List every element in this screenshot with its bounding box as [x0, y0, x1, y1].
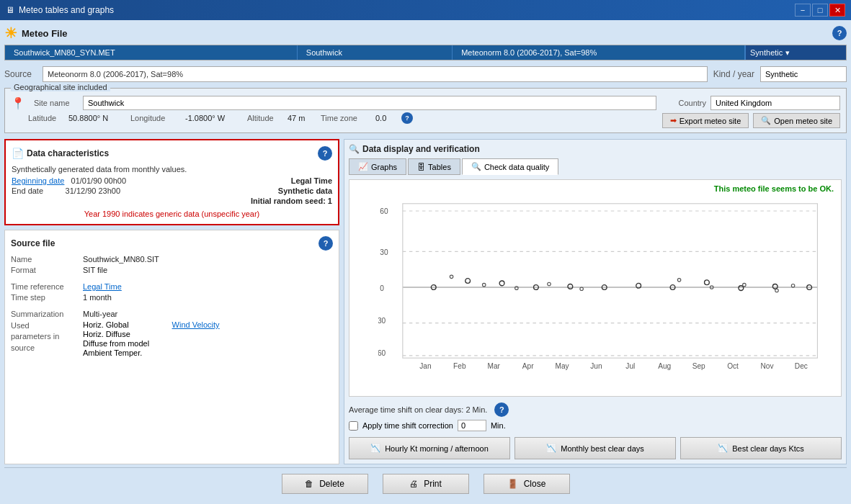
- min-value-input[interactable]: [458, 420, 486, 431]
- summ-value: Multi-year: [83, 310, 117, 318]
- lat-label: Latitude: [28, 114, 64, 122]
- param3: Diffuse from model: [83, 339, 220, 348]
- time-step-value: 1 month: [83, 293, 112, 302]
- chart-area: This meteo file seems to be OK. 60 30 0 …: [349, 179, 842, 397]
- country-label: Country: [678, 99, 706, 107]
- print-icon: 🖨: [409, 479, 418, 489]
- file-path: Southwick_MN80_SYN.MET: [5, 45, 298, 60]
- svg-point-27: [580, 287, 584, 291]
- open-meteo-site-button[interactable]: 🔍 Open meteo site: [753, 113, 840, 128]
- begin-date-right: Legal Time: [291, 176, 332, 185]
- site-name-input[interactable]: [83, 96, 656, 110]
- best-clear-ktcs-button[interactable]: 📉 Best clear days Ktcs: [680, 437, 842, 459]
- time-shift-text: Average time shift on clear days: 2 Min.: [349, 405, 487, 414]
- svg-point-28: [677, 279, 681, 282]
- svg-text:Feb: Feb: [453, 362, 466, 370]
- tz-label: Time zone: [321, 114, 371, 122]
- action-buttons: 📉 Hourly Kt morning / afternoon 📉 Monthl…: [349, 437, 842, 459]
- format-value: SIT file: [83, 266, 107, 274]
- tables-icon: 🗄: [417, 163, 425, 171]
- section-title: ☀ Meteo File: [4, 24, 68, 42]
- tabs-row: 📈 Graphs 🗄 Tables 🔍 Check data quality: [349, 158, 842, 175]
- hourly-kt-button[interactable]: 📉 Hourly Kt morning / afternoon: [349, 437, 510, 459]
- apply-shift-checkbox[interactable]: [349, 421, 358, 431]
- window-close-button[interactable]: ✕: [829, 4, 845, 17]
- svg-point-24: [482, 283, 486, 287]
- dropdown-arrow: ▾: [785, 48, 790, 58]
- geo-section: Geographical site included 📍 Site name L…: [4, 88, 847, 133]
- svg-point-31: [775, 289, 779, 292]
- source-file-help-button[interactable]: ?: [318, 236, 333, 251]
- lon-value: -1.0800° W: [185, 114, 243, 122]
- svg-text:Nov: Nov: [760, 362, 774, 370]
- time-shift-row: Average time shift on clear days: 2 Min.…: [349, 402, 842, 417]
- minimize-button[interactable]: −: [795, 4, 811, 17]
- data-char-help-button[interactable]: ?: [318, 146, 332, 161]
- source-label: Source: [4, 69, 37, 79]
- magnifier-icon: 🔍: [349, 144, 360, 154]
- close-button[interactable]: 🚪 Close: [484, 474, 570, 494]
- svg-point-21: [772, 284, 778, 289]
- year-warning: Year 1990 indicates generic data (unspec…: [12, 210, 332, 218]
- title-bar: 🖥 Meteo tables and graphs − □ ✕: [0, 0, 851, 20]
- data-characteristics-box: 📄 Data characteristics ? Synthetically g…: [4, 139, 339, 225]
- min-label: Min.: [491, 421, 506, 430]
- source-file-title: Source file: [11, 238, 55, 248]
- svg-point-12: [465, 279, 471, 284]
- tab-tables[interactable]: 🗄 Tables: [408, 158, 460, 175]
- graphs-icon: 📈: [358, 162, 368, 171]
- seed-right: Initial random seed: 1: [251, 197, 332, 205]
- monthly-best-clear-button[interactable]: 📉 Monthly best clear days: [514, 437, 676, 459]
- name-value: Southwick_MN80.SIT: [83, 255, 159, 264]
- time-ref-label: Time reference: [11, 282, 83, 291]
- end-date-right: Synthetic data: [278, 186, 332, 195]
- app-icon: 🖥: [6, 5, 14, 15]
- bottom-bar: 🗑 Delete 🖨 Print 🚪 Close: [4, 467, 847, 500]
- svg-text:30: 30: [380, 248, 388, 256]
- time-shift-help-button[interactable]: ?: [494, 402, 509, 417]
- svg-text:0: 0: [380, 284, 384, 292]
- tab-graphs[interactable]: 📈 Graphs: [349, 158, 406, 175]
- time-ref-value[interactable]: Legal Time: [83, 282, 122, 291]
- type-dropdown[interactable]: Synthetic ▾: [745, 45, 846, 60]
- param2: Horiz. Diffuse: [83, 330, 220, 338]
- svg-text:Jan: Jan: [419, 362, 431, 370]
- site-name-label: Site name: [34, 99, 77, 107]
- kind-year-input[interactable]: [760, 66, 847, 82]
- app-title: Meteo tables and graphs: [19, 5, 114, 15]
- delete-button[interactable]: 🗑 Delete: [282, 474, 368, 494]
- alt-value: 47 m: [288, 114, 316, 122]
- source-value-input[interactable]: [43, 66, 708, 82]
- country-input[interactable]: [710, 96, 840, 110]
- params-list: Horiz. Global Wind Velocity Horiz. Diffu…: [83, 320, 220, 357]
- svg-point-23: [450, 275, 453, 279]
- svg-point-15: [568, 284, 573, 289]
- lon-label: Longitude: [130, 114, 181, 122]
- print-button[interactable]: 🖨 Print: [383, 474, 469, 494]
- chart-icon-3: 📉: [718, 444, 728, 453]
- sun-icon: ☀: [4, 24, 17, 42]
- export-meteo-site-button[interactable]: ➡ Export meteo site: [662, 113, 749, 128]
- svg-point-19: [705, 280, 710, 285]
- meteo-help-button[interactable]: ?: [832, 26, 847, 40]
- svg-text:-30: -30: [375, 317, 386, 325]
- tab-check-quality[interactable]: 🔍 Check data quality: [462, 158, 559, 175]
- export-icon: ➡: [670, 116, 677, 125]
- delete-icon: 🗑: [305, 479, 313, 489]
- synth-description: Synthetically generated data from monthl…: [12, 165, 332, 174]
- svg-text:Oct: Oct: [727, 362, 739, 370]
- chart-ok-text: This meteo file seems to be OK.: [714, 184, 834, 193]
- format-label: Format: [11, 266, 83, 274]
- scatter-chart: 60 30 0 -30 -60: [349, 180, 841, 396]
- used-params-label: Usedparameters insource: [11, 320, 83, 354]
- summ-label: Summarization: [11, 310, 83, 318]
- geo-help-button[interactable]: ?: [401, 112, 413, 124]
- name-label: Name: [11, 255, 83, 264]
- svg-text:Apr: Apr: [522, 362, 534, 370]
- open-icon: 🔍: [761, 116, 771, 125]
- maximize-button[interactable]: □: [812, 4, 828, 17]
- file-dropdown-bar[interactable]: Southwick_MN80_SYN.MET Southwick Meteono…: [4, 45, 847, 60]
- svg-text:Jun: Jun: [590, 362, 602, 370]
- begin-date-label: Beginning date 01/01/90 00h00: [12, 176, 126, 185]
- chart-icon-1: 📉: [370, 444, 380, 453]
